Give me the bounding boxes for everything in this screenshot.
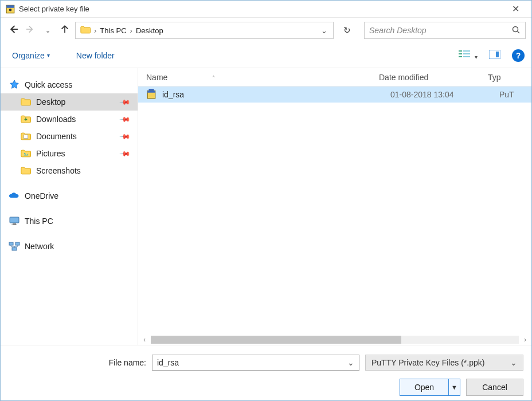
chevron-down-icon: ⌄ (45, 27, 50, 34)
sidebar-item-pictures[interactable]: Pictures 📌 (1, 145, 138, 162)
sidebar-item-quick-access[interactable]: Quick access (1, 76, 138, 93)
sidebar-item-screenshots[interactable]: Screenshots (1, 162, 138, 179)
folder-icon (20, 148, 32, 159)
nav-up-button[interactable] (58, 23, 72, 37)
address-dropdown[interactable]: ⌄ (318, 26, 331, 35)
filename-input[interactable]: id_rsa ⌄ (152, 355, 359, 371)
pin-icon: 📌 (119, 113, 131, 125)
sidebar-item-label: OneDrive (25, 191, 58, 200)
breadcrumb-sep: › (93, 26, 97, 35)
pin-icon: 📌 (119, 96, 131, 108)
organize-label: Organize (12, 51, 45, 60)
folder-icon (20, 96, 32, 108)
column-headers: Name ˄ Date modified Typ (138, 68, 531, 87)
view-details-icon (459, 52, 472, 61)
cancel-label: Cancel (482, 383, 507, 392)
pin-icon: 📌 (119, 131, 131, 143)
svg-rect-10 (463, 56, 470, 57)
column-label: Typ (488, 73, 501, 82)
sidebar-item-label: Desktop (36, 97, 65, 107)
svg-rect-22 (147, 91, 155, 92)
filename-value: id_rsa (157, 358, 179, 367)
breadcrumb-desktop[interactable]: Desktop (134, 26, 166, 35)
sidebar-item-downloads[interactable]: Downloads 📌 (1, 111, 138, 128)
close-button[interactable]: ✕ (504, 1, 527, 17)
folder-icon (20, 165, 32, 176)
file-name: id_rsa (162, 90, 390, 99)
filename-dropdown[interactable]: ⌄ (347, 358, 354, 367)
sidebar-item-network[interactable]: Network (1, 238, 138, 255)
scrollbar-track[interactable] (151, 336, 519, 344)
chevron-down-icon: ▾ (475, 54, 478, 60)
sidebar-item-label: Documents (36, 132, 77, 141)
column-header-type[interactable]: Typ (488, 73, 531, 82)
svg-rect-7 (459, 53, 462, 54)
svg-point-3 (513, 26, 518, 32)
refresh-button[interactable]: ↻ (337, 22, 357, 39)
scrollbar-thumb[interactable] (151, 336, 401, 344)
sidebar-item-desktop[interactable]: Desktop 📌 (1, 93, 138, 111)
scroll-right-arrow[interactable]: › (521, 336, 529, 344)
svg-point-2 (9, 8, 12, 11)
breadcrumb-this-pc[interactable]: This PC (97, 26, 128, 35)
arrow-left-icon (7, 23, 19, 38)
onedrive-icon (9, 190, 20, 202)
file-icon-ppk (146, 89, 158, 100)
chevron-down-icon: ⌄ (347, 358, 354, 367)
organize-button[interactable]: Organize ▾ (7, 48, 54, 64)
cancel-button[interactable]: Cancel (466, 379, 523, 396)
column-header-date[interactable]: Date modified (379, 73, 488, 82)
open-label: Open (414, 383, 434, 392)
svg-rect-16 (13, 223, 16, 225)
sort-ascending-icon: ˄ (212, 75, 215, 81)
sidebar-item-documents[interactable]: Documents 📌 (1, 128, 138, 145)
navigation-sidebar: Quick access Desktop 📌 Downloads 📌 (1, 68, 138, 345)
file-type: PuT (499, 90, 531, 99)
file-date: 01-08-2018 13:04 (390, 90, 499, 99)
svg-rect-17 (11, 225, 17, 225)
open-split-dropdown[interactable]: ▼ (449, 379, 460, 396)
filename-label: File name: (9, 358, 146, 367)
file-row[interactable]: id_rsa 01-08-2018 13:04 PuT (138, 87, 531, 103)
breadcrumb-sep: › (129, 26, 134, 35)
address-bar[interactable]: › This PC › Desktop ⌄ (75, 22, 334, 39)
filter-label: PuTTY Private Key Files (*.ppk) (371, 358, 484, 367)
arrow-up-icon (59, 23, 71, 38)
view-mode-button[interactable]: ▾ (455, 48, 481, 63)
new-folder-label: New folder (76, 51, 115, 60)
svg-rect-1 (6, 5, 14, 8)
close-icon: ✕ (512, 3, 519, 14)
svg-rect-13 (24, 135, 28, 138)
window-title: Select private key file (19, 5, 89, 13)
column-label: Name (146, 73, 167, 82)
scroll-left-arrow[interactable]: ‹ (140, 336, 148, 344)
svg-rect-20 (12, 247, 17, 250)
help-icon: ? (516, 51, 521, 60)
search-input[interactable]: Search Desktop (364, 22, 526, 39)
nav-back-button[interactable] (6, 23, 20, 37)
folder-icon (20, 131, 32, 142)
preview-pane-button[interactable] (486, 48, 504, 63)
nav-forward-button (24, 23, 37, 37)
search-placeholder: Search Desktop (369, 26, 509, 35)
horizontal-scrollbar[interactable]: ‹ › (138, 335, 531, 345)
recent-locations-button[interactable]: ⌄ (41, 23, 54, 37)
open-button[interactable]: Open (400, 379, 449, 396)
star-icon (9, 79, 20, 91)
help-button[interactable]: ? (512, 49, 525, 62)
sidebar-item-this-pc[interactable]: This PC (1, 213, 138, 230)
svg-rect-5 (459, 50, 462, 52)
preview-pane-icon (489, 52, 500, 61)
filetype-filter[interactable]: PuTTY Private Key Files (*.ppk) ⌄ (365, 355, 523, 371)
new-folder-button[interactable]: New folder (72, 48, 119, 64)
column-header-name[interactable]: Name ˄ (138, 73, 379, 82)
sidebar-item-onedrive[interactable]: OneDrive (1, 187, 138, 205)
app-icon-putty (5, 4, 15, 14)
pc-icon (9, 215, 20, 227)
refresh-icon: ↻ (343, 25, 351, 36)
folder-icon (80, 25, 91, 36)
sidebar-item-label: Screenshots (36, 166, 81, 175)
svg-rect-15 (10, 217, 19, 223)
svg-rect-6 (463, 50, 470, 52)
folder-icon (20, 113, 32, 125)
